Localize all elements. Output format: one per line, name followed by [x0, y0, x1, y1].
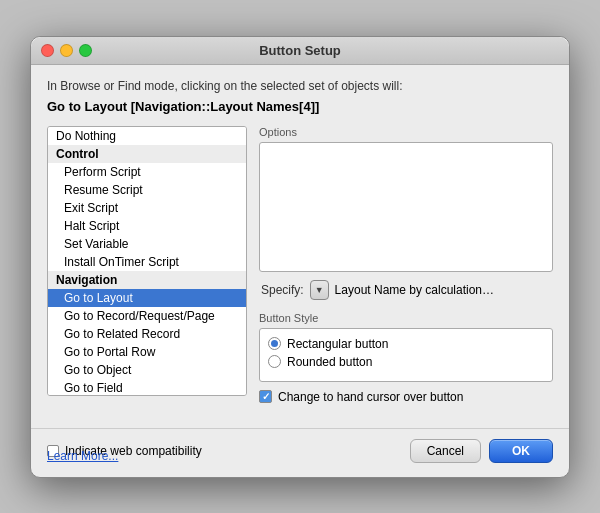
button-setup-window: Button Setup In Browse or Find mode, cli…: [30, 36, 570, 478]
radio-rounded-label: Rounded button: [287, 355, 372, 369]
list-item-go-to-field[interactable]: Go to Field: [48, 379, 246, 396]
options-label: Options: [259, 126, 553, 138]
list-item-navigation[interactable]: Navigation: [48, 271, 246, 289]
button-style-box: Rectangular button Rounded button: [259, 328, 553, 382]
list-item-go-to-record[interactable]: Go to Record/Request/Page: [48, 307, 246, 325]
ok-button[interactable]: OK: [489, 439, 553, 463]
window-title: Button Setup: [259, 43, 341, 58]
specify-label: Specify:: [261, 283, 304, 297]
list-item-go-to-object[interactable]: Go to Object: [48, 361, 246, 379]
current-action-text: Go to Layout [Navigation::Layout Names[4…: [47, 99, 553, 114]
minimize-button[interactable]: [60, 44, 73, 57]
list-item-resume-script[interactable]: Resume Script: [48, 181, 246, 199]
main-area: Do NothingControlPerform ScriptResume Sc…: [47, 126, 553, 404]
list-item-do-nothing[interactable]: Do Nothing: [48, 127, 246, 145]
button-style-label: Button Style: [259, 312, 553, 324]
list-item-halt-script[interactable]: Halt Script: [48, 217, 246, 235]
radio-rectangular[interactable]: Rectangular button: [268, 337, 544, 351]
list-item-control[interactable]: Control: [48, 145, 246, 163]
action-list[interactable]: Do NothingControlPerform ScriptResume Sc…: [47, 126, 247, 396]
list-item-exit-script[interactable]: Exit Script: [48, 199, 246, 217]
list-item-install-ontimer-script[interactable]: Install OnTimer Script: [48, 253, 246, 271]
specify-dropdown[interactable]: ▼: [310, 280, 329, 300]
right-panel: Options Specify: ▼ Layout Name by calcul…: [259, 126, 553, 404]
main-content: In Browse or Find mode, clicking on the …: [31, 65, 569, 418]
radio-rectangular-btn[interactable]: [268, 337, 281, 350]
titlebar: Button Setup: [31, 37, 569, 65]
specify-value[interactable]: Layout Name by calculation…: [335, 283, 494, 297]
radio-rounded-btn[interactable]: [268, 355, 281, 368]
cursor-checkbox[interactable]: [259, 390, 272, 403]
learn-more-link[interactable]: Learn More...: [47, 449, 118, 463]
bottom-right: Cancel OK: [410, 439, 553, 463]
maximize-button[interactable]: [79, 44, 92, 57]
button-style-section: Button Style Rectangular button Rounded …: [259, 312, 553, 382]
learn-more-container: Learn More...: [47, 449, 118, 463]
list-item-go-to-related-record[interactable]: Go to Related Record: [48, 325, 246, 343]
options-box: [259, 142, 553, 272]
specify-row: Specify: ▼ Layout Name by calculation…: [259, 280, 553, 300]
dropdown-arrow-icon: ▼: [315, 285, 324, 295]
bottom-bar: Indicate web compatibility Learn More...…: [31, 428, 569, 477]
radio-rounded[interactable]: Rounded button: [268, 355, 544, 369]
window-controls: [41, 44, 92, 57]
list-item-go-to-layout[interactable]: Go to Layout: [48, 289, 246, 307]
description-text: In Browse or Find mode, clicking on the …: [47, 79, 553, 93]
cursor-checkbox-label: Change to hand cursor over button: [278, 390, 463, 404]
close-button[interactable]: [41, 44, 54, 57]
cancel-button[interactable]: Cancel: [410, 439, 481, 463]
list-item-perform-script[interactable]: Perform Script: [48, 163, 246, 181]
cursor-checkbox-row[interactable]: Change to hand cursor over button: [259, 390, 553, 404]
list-item-go-to-portal-row[interactable]: Go to Portal Row: [48, 343, 246, 361]
left-panel: Do NothingControlPerform ScriptResume Sc…: [47, 126, 247, 404]
radio-rectangular-label: Rectangular button: [287, 337, 388, 351]
list-item-set-variable[interactable]: Set Variable: [48, 235, 246, 253]
